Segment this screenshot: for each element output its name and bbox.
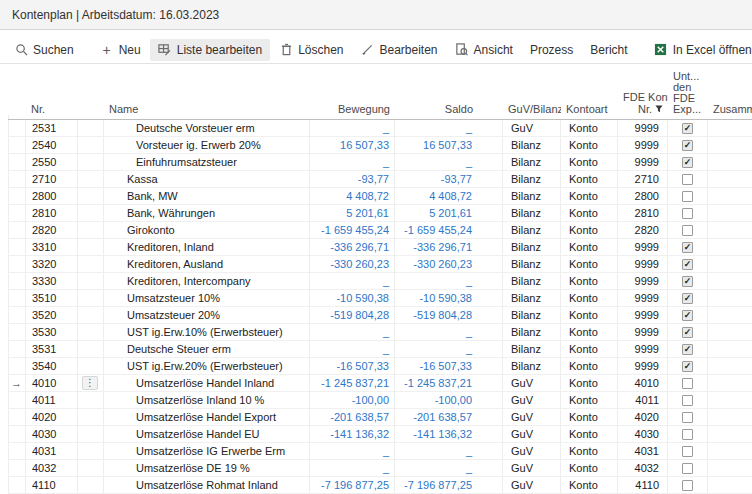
kontoart-cell[interactable]: Konto xyxy=(561,375,618,391)
guv-bilanz-cell[interactable]: Bilanz xyxy=(503,256,561,272)
account-number-cell[interactable]: 4020 xyxy=(26,409,78,425)
saldo-cell[interactable]: -7 196 877,25 xyxy=(395,477,503,493)
kontoart-cell[interactable]: Konto xyxy=(561,154,618,170)
row-selector-cell[interactable] xyxy=(8,222,26,238)
account-number-cell[interactable]: 3510 xyxy=(26,290,78,306)
guv-bilanz-cell[interactable]: Bilanz xyxy=(503,290,561,306)
fde-konto-nr-cell[interactable]: 4011 xyxy=(618,392,668,408)
fde-export-checkbox[interactable]: ✓ xyxy=(682,361,693,372)
account-name-cell[interactable]: Umsatzerlöse Handel EU xyxy=(104,426,310,442)
fde-konto-nr-cell[interactable]: 4031 xyxy=(618,443,668,459)
kontoart-cell[interactable]: Konto xyxy=(561,307,618,323)
account-name-cell[interactable]: Umsatzerlöse Rohmat Inland xyxy=(104,477,310,493)
guv-bilanz-cell[interactable]: Bilanz xyxy=(503,239,561,255)
saldo-cell[interactable]: _ xyxy=(395,120,503,136)
kontoart-cell[interactable]: Konto xyxy=(561,358,618,374)
fde-konto-nr-cell[interactable]: 4110 xyxy=(618,477,668,493)
row-selector-cell[interactable]: → xyxy=(8,375,26,391)
kontoart-cell[interactable]: Konto xyxy=(561,120,618,136)
account-name-cell[interactable]: Umsatzerlöse Inland 10 % xyxy=(104,392,310,408)
guv-bilanz-cell[interactable]: GuV xyxy=(503,426,561,442)
account-number-cell[interactable]: 2810 xyxy=(26,205,78,221)
row-selector-cell[interactable] xyxy=(8,477,26,493)
saldo-cell[interactable]: -10 590,38 xyxy=(395,290,503,306)
column-header-fde-konto-nr[interactable]: FDE Konto Nr. xyxy=(618,91,668,119)
row-selector-cell[interactable] xyxy=(8,443,26,459)
row-selector-cell[interactable] xyxy=(8,392,26,408)
guv-bilanz-cell[interactable]: GuV xyxy=(503,392,561,408)
column-header-fde-export[interactable]: Unt... den FDE Exp... xyxy=(668,71,708,119)
fde-export-checkbox[interactable] xyxy=(682,191,693,202)
column-header-zusamm[interactable]: Zusamm▼ xyxy=(708,103,752,119)
account-number-cell[interactable]: 2531 xyxy=(26,120,78,136)
saldo-cell[interactable]: _ xyxy=(395,443,503,459)
saldo-cell[interactable]: _ xyxy=(395,273,503,289)
bewegung-cell[interactable]: 16 507,33 xyxy=(310,137,395,153)
row-selector-cell[interactable] xyxy=(8,273,26,289)
account-number-cell[interactable]: 2710 xyxy=(26,171,78,187)
saldo-cell[interactable]: 4 408,72 xyxy=(395,188,503,204)
account-number-cell[interactable]: 2540 xyxy=(26,137,78,153)
row-selector-cell[interactable] xyxy=(8,188,26,204)
account-name-cell[interactable]: Kreditoren, Ausland xyxy=(104,256,310,272)
row-selector-cell[interactable] xyxy=(8,137,26,153)
kontoart-cell[interactable]: Konto xyxy=(561,392,618,408)
column-header-name[interactable]: Name xyxy=(104,103,310,119)
bewegung-cell[interactable]: _ xyxy=(310,273,395,289)
column-header-kontoart[interactable]: Kontoart xyxy=(561,103,618,119)
saldo-cell[interactable]: -1 659 455,24 xyxy=(395,222,503,238)
account-name-cell[interactable]: Vorsteuer ig. Erwerb 20% xyxy=(104,137,310,153)
fde-export-checkbox[interactable]: ✓ xyxy=(682,293,693,304)
fde-konto-nr-cell[interactable]: 9999 xyxy=(618,290,668,306)
column-header-nr[interactable]: Nr. xyxy=(26,103,78,119)
guv-bilanz-cell[interactable]: GuV xyxy=(503,375,561,391)
account-name-cell[interactable]: Umsatzerlöse Handel Inland xyxy=(104,375,310,391)
fde-export-checkbox[interactable] xyxy=(682,208,693,219)
bewegung-cell[interactable]: _ xyxy=(310,120,395,136)
fde-konto-nr-cell[interactable]: 9999 xyxy=(618,324,668,340)
account-number-cell[interactable]: 3531 xyxy=(26,341,78,357)
kontoart-cell[interactable]: Konto xyxy=(561,273,618,289)
fde-konto-nr-cell[interactable]: 2710 xyxy=(618,171,668,187)
bewegung-cell[interactable]: -16 507,33 xyxy=(310,358,395,374)
saldo-cell[interactable]: -1 245 837,21 xyxy=(395,375,503,391)
fde-konto-nr-cell[interactable]: 9999 xyxy=(618,256,668,272)
guv-bilanz-cell[interactable]: Bilanz xyxy=(503,341,561,357)
account-number-cell[interactable]: 4031 xyxy=(26,443,78,459)
account-name-cell[interactable]: Bank, MW xyxy=(104,188,310,204)
kontoart-cell[interactable]: Konto xyxy=(561,222,618,238)
kontoart-cell[interactable]: Konto xyxy=(561,460,618,476)
saldo-cell[interactable]: _ xyxy=(395,154,503,170)
guv-bilanz-cell[interactable]: GuV xyxy=(503,409,561,425)
account-number-cell[interactable]: 4010 xyxy=(26,375,78,391)
guv-bilanz-cell[interactable]: Bilanz xyxy=(503,154,561,170)
bewegung-cell[interactable]: -7 196 877,25 xyxy=(310,477,395,493)
kontoart-cell[interactable]: Konto xyxy=(561,443,618,459)
account-number-cell[interactable]: 2550 xyxy=(26,154,78,170)
account-name-cell[interactable]: Umsatzerlöse IG Erwerbe Erm xyxy=(104,443,310,459)
guv-bilanz-cell[interactable]: Bilanz xyxy=(503,222,561,238)
account-name-cell[interactable]: Deutsche Vorsteuer erm xyxy=(104,120,310,136)
account-name-cell[interactable]: Kassa xyxy=(104,171,310,187)
guv-bilanz-cell[interactable]: GuV xyxy=(503,120,561,136)
fde-export-checkbox[interactable] xyxy=(682,446,693,457)
process-button[interactable]: Prozess xyxy=(522,39,581,61)
fde-konto-nr-cell[interactable]: 9999 xyxy=(618,239,668,255)
account-number-cell[interactable]: 2820 xyxy=(26,222,78,238)
account-number-cell[interactable]: 3520 xyxy=(26,307,78,323)
fde-konto-nr-cell[interactable]: 9999 xyxy=(618,120,668,136)
fde-konto-nr-cell[interactable]: 9999 xyxy=(618,137,668,153)
account-number-cell[interactable]: 2800 xyxy=(26,188,78,204)
fde-export-checkbox[interactable] xyxy=(682,225,693,236)
account-name-cell[interactable]: UST ig.Erw.10% (Erwerbsteuer) xyxy=(104,324,310,340)
fde-konto-nr-cell[interactable]: 9999 xyxy=(618,273,668,289)
row-selector-cell[interactable] xyxy=(8,409,26,425)
row-selector-cell[interactable] xyxy=(8,239,26,255)
row-selector-cell[interactable] xyxy=(8,256,26,272)
fde-export-checkbox[interactable]: ✓ xyxy=(682,157,693,168)
fde-konto-nr-cell[interactable]: 9999 xyxy=(618,154,668,170)
saldo-cell[interactable]: 5 201,61 xyxy=(395,205,503,221)
row-selector-cell[interactable] xyxy=(8,341,26,357)
guv-bilanz-cell[interactable]: Bilanz xyxy=(503,273,561,289)
account-number-cell[interactable]: 3320 xyxy=(26,256,78,272)
